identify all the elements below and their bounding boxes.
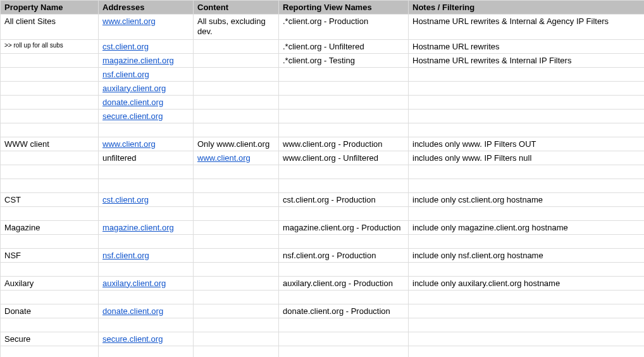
cell-reporting[interactable]: magazine.client.org - Production: [279, 220, 409, 234]
cell-addresses[interactable]: nsf.client.org: [99, 67, 194, 81]
cell-reporting[interactable]: www.client.org - Unfiltered: [279, 151, 409, 165]
cell-addresses[interactable]: www.client.org: [99, 15, 194, 40]
cell-addresses[interactable]: donate.client.org: [99, 304, 194, 318]
cell-notes[interactable]: [409, 178, 645, 192]
cell-property[interactable]: Secure: [1, 332, 99, 346]
cell-property[interactable]: [1, 318, 99, 332]
address-link[interactable]: www.client.org: [102, 139, 156, 149]
cell-addresses[interactable]: auxilary.client.org: [99, 276, 194, 290]
cell-addresses[interactable]: secure.client.org: [99, 332, 194, 346]
cell-property[interactable]: Auxilary: [1, 276, 99, 290]
cell-notes[interactable]: [409, 67, 645, 81]
cell-content[interactable]: [194, 304, 279, 318]
cell-notes[interactable]: include only nsf.client.org hostname: [409, 248, 645, 262]
cell-content[interactable]: [194, 234, 279, 248]
cell-content[interactable]: [194, 276, 279, 290]
cell-content[interactable]: [194, 109, 279, 123]
address-link[interactable]: magazine.client.org: [102, 223, 174, 232]
cell-content[interactable]: www.client.org: [194, 151, 279, 165]
cell-property[interactable]: WWW client: [1, 137, 99, 151]
address-link[interactable]: cst.client.org: [102, 42, 149, 51]
cell-property[interactable]: [1, 165, 99, 178]
cell-notes[interactable]: [409, 290, 645, 304]
cell-content[interactable]: [194, 165, 279, 178]
cell-property[interactable]: [1, 151, 99, 165]
cell-property[interactable]: [1, 346, 99, 357]
address-link[interactable]: auxilary.client.org: [102, 84, 166, 93]
cell-addresses[interactable]: [99, 165, 194, 178]
cell-content[interactable]: [194, 262, 279, 276]
address-link[interactable]: cst.client.org: [102, 195, 149, 204]
cell-notes[interactable]: includes only www. IP Filters OUT: [409, 137, 645, 151]
cell-notes[interactable]: [409, 95, 645, 109]
cell-notes[interactable]: [409, 109, 645, 123]
cell-reporting[interactable]: [279, 234, 409, 248]
cell-addresses[interactable]: nsf.client.org: [99, 248, 194, 262]
cell-property[interactable]: NSF: [1, 248, 99, 262]
cell-addresses[interactable]: [99, 290, 194, 304]
cell-reporting[interactable]: [279, 346, 409, 357]
cell-content[interactable]: [194, 248, 279, 262]
cell-property[interactable]: [1, 95, 99, 109]
address-link[interactable]: www.client.org: [102, 16, 156, 26]
cell-addresses[interactable]: magazine.client.org: [99, 220, 194, 234]
cell-reporting[interactable]: [279, 318, 409, 332]
cell-reporting[interactable]: [279, 206, 409, 220]
cell-content[interactable]: [194, 123, 279, 137]
cell-content[interactable]: Only www.client.org: [194, 137, 279, 151]
address-link[interactable]: donate.client.org: [102, 306, 163, 316]
cell-reporting[interactable]: www.client.org - Production: [279, 137, 409, 151]
cell-addresses[interactable]: secure.client.org: [99, 109, 194, 123]
cell-property[interactable]: >> roll up for all subs: [1, 39, 99, 53]
cell-reporting[interactable]: [279, 109, 409, 123]
cell-property[interactable]: CST: [1, 192, 99, 206]
cell-content[interactable]: [194, 39, 279, 53]
cell-notes[interactable]: [409, 234, 645, 248]
cell-addresses[interactable]: [99, 178, 194, 192]
cell-property[interactable]: [1, 178, 99, 192]
cell-property[interactable]: [1, 262, 99, 276]
cell-property[interactable]: Magazine: [1, 220, 99, 234]
cell-reporting[interactable]: .*client.org - Unfiltered: [279, 39, 409, 53]
cell-content[interactable]: [194, 178, 279, 192]
cell-reporting[interactable]: .*client.org - Production: [279, 15, 409, 40]
cell-addresses[interactable]: [99, 262, 194, 276]
cell-reporting[interactable]: [279, 262, 409, 276]
cell-reporting[interactable]: cst.client.org - Production: [279, 192, 409, 206]
cell-notes[interactable]: [409, 165, 645, 178]
cell-property[interactable]: All client Sites: [1, 15, 99, 40]
cell-reporting[interactable]: nsf.client.org - Production: [279, 248, 409, 262]
cell-property[interactable]: [1, 53, 99, 67]
content-link[interactable]: www.client.org: [197, 153, 251, 163]
cell-reporting[interactable]: [279, 81, 409, 95]
cell-notes[interactable]: [409, 304, 645, 318]
cell-notes[interactable]: Hostname URL rewrites: [409, 39, 645, 53]
cell-notes[interactable]: include only cst.client.org hostname: [409, 192, 645, 206]
address-link[interactable]: magazine.client.org: [102, 56, 174, 65]
address-link[interactable]: auxilary.client.org: [102, 279, 166, 288]
cell-reporting[interactable]: [279, 178, 409, 192]
cell-reporting[interactable]: [279, 95, 409, 109]
cell-addresses[interactable]: cst.client.org: [99, 192, 194, 206]
address-link[interactable]: nsf.client.org: [102, 70, 149, 79]
cell-content[interactable]: [194, 81, 279, 95]
cell-property[interactable]: [1, 290, 99, 304]
cell-content[interactable]: All subs, excluding dev.: [194, 15, 279, 40]
cell-property[interactable]: [1, 206, 99, 220]
cell-notes[interactable]: [409, 346, 645, 357]
cell-reporting[interactable]: [279, 67, 409, 81]
cell-reporting[interactable]: [279, 290, 409, 304]
cell-addresses[interactable]: [99, 123, 194, 137]
cell-addresses[interactable]: auxilary.client.org: [99, 81, 194, 95]
cell-addresses[interactable]: donate.client.org: [99, 95, 194, 109]
cell-addresses[interactable]: www.client.org: [99, 137, 194, 151]
cell-addresses[interactable]: [99, 234, 194, 248]
cell-content[interactable]: [194, 220, 279, 234]
address-link[interactable]: donate.client.org: [102, 97, 163, 107]
cell-addresses[interactable]: [99, 206, 194, 220]
cell-content[interactable]: [194, 318, 279, 332]
cell-notes[interactable]: [409, 206, 645, 220]
cell-reporting[interactable]: auxilary.client.org - Production: [279, 276, 409, 290]
cell-addresses[interactable]: cst.client.org: [99, 39, 194, 53]
cell-reporting[interactable]: [279, 165, 409, 178]
